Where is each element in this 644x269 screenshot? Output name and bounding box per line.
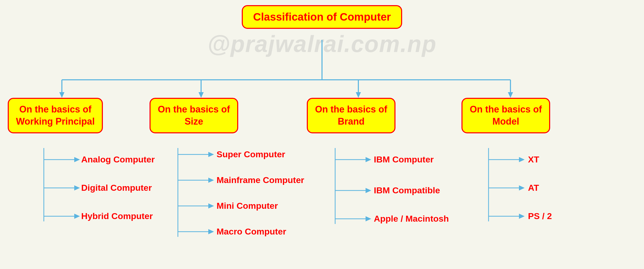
leaf-digital: Digital Computer	[81, 183, 152, 193]
svg-marker-5	[199, 92, 204, 98]
leaf-mainframe: Mainframe Computer	[217, 175, 304, 185]
leaf-hybrid-label: Hybrid Computer	[81, 211, 153, 221]
leaf-at: AT	[528, 183, 539, 193]
node-model: On the basics ofModel	[461, 98, 550, 133]
leaf-ibm-compatible-label: IBM Compatible	[374, 185, 440, 195]
svg-marker-28	[366, 157, 371, 162]
leaf-hybrid: Hybrid Computer	[81, 211, 153, 221]
svg-marker-7	[356, 92, 361, 98]
node-working-principal-label: On the basics ofWorking Principal	[16, 104, 95, 127]
svg-marker-25	[208, 229, 214, 234]
svg-marker-35	[519, 157, 525, 162]
svg-marker-14	[74, 185, 80, 190]
svg-marker-16	[74, 214, 80, 219]
leaf-digital-label: Digital Computer	[81, 183, 152, 193]
leaf-ps2: PS / 2	[528, 211, 552, 221]
leaf-ps2-label: PS / 2	[528, 211, 552, 221]
node-brand: On the basics ofBrand	[307, 98, 395, 133]
leaf-ibm: IBM Computer	[374, 154, 434, 164]
node-model-label: On the basics ofModel	[470, 104, 542, 127]
leaf-xt-label: XT	[528, 154, 539, 164]
svg-marker-21	[208, 178, 214, 183]
diagram-container: @prajwalrai.com.np	[0, 0, 644, 269]
leaf-macro: Macro Computer	[217, 227, 286, 237]
leaf-analog: Analog Computer	[81, 154, 155, 164]
svg-marker-32	[366, 216, 371, 221]
leaf-ibm-compatible: IBM Compatible	[374, 185, 440, 195]
leaf-mini: Mini Computer	[217, 201, 278, 211]
leaf-mainframe-label: Mainframe Computer	[217, 175, 304, 185]
node-size: On the basics ofSize	[150, 98, 238, 133]
svg-marker-37	[519, 185, 525, 190]
leaf-analog-label: Analog Computer	[81, 154, 155, 164]
leaf-apple-label: Apple / Macintosh	[374, 214, 449, 224]
leaf-macro-label: Macro Computer	[217, 227, 286, 237]
connector-lines	[0, 0, 644, 269]
svg-marker-3	[59, 92, 64, 98]
svg-marker-9	[508, 92, 513, 98]
leaf-ibm-label: IBM Computer	[374, 154, 434, 164]
watermark: @prajwalrai.com.np	[208, 31, 437, 57]
svg-marker-23	[208, 203, 214, 209]
leaf-xt: XT	[528, 154, 539, 164]
svg-marker-30	[366, 188, 371, 193]
leaf-at-label: AT	[528, 183, 539, 193]
leaf-mini-label: Mini Computer	[217, 201, 278, 211]
leaf-super-label: Super Computer	[217, 149, 285, 159]
svg-marker-39	[519, 214, 525, 219]
node-brand-label: On the basics ofBrand	[315, 104, 387, 127]
root-label: Classification of Computer	[253, 11, 391, 23]
root-node: Classification of Computer	[242, 5, 402, 29]
leaf-apple: Apple / Macintosh	[374, 214, 449, 224]
svg-marker-12	[74, 157, 80, 162]
node-size-label: On the basics ofSize	[158, 104, 230, 127]
node-working-principal: On the basics ofWorking Principal	[8, 98, 103, 133]
svg-marker-19	[208, 152, 214, 157]
leaf-super: Super Computer	[217, 149, 285, 159]
